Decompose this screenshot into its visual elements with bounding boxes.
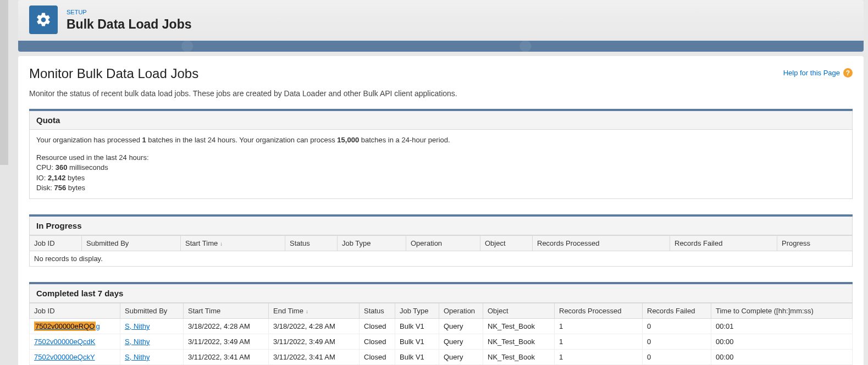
cell-operation: Query bbox=[439, 334, 483, 349]
col-job-type[interactable]: Job Type bbox=[395, 303, 439, 318]
cell-end-time: 3/11/2022, 3:49 AM bbox=[269, 334, 360, 349]
col-submitted-by[interactable]: Submitted By bbox=[120, 303, 184, 318]
setup-icon bbox=[29, 5, 58, 34]
cell-start-time: 3/18/2022, 4:28 AM bbox=[184, 318, 269, 334]
col-progress[interactable]: Progress bbox=[777, 235, 853, 251]
col-job-id[interactable]: Job ID bbox=[30, 235, 82, 251]
cell-object: NK_Test_Book bbox=[483, 334, 555, 349]
cell-job-type: Bulk V1 bbox=[395, 318, 439, 334]
help-link[interactable]: Help for this Page ? bbox=[783, 68, 853, 78]
help-icon: ? bbox=[843, 68, 853, 78]
col-job-id[interactable]: Job ID bbox=[30, 303, 120, 318]
cell-records-failed: 0 bbox=[643, 349, 711, 364]
monitor-title: Monitor Bulk Data Load Jobs bbox=[29, 66, 198, 81]
col-start-time[interactable]: Start Time↓ bbox=[181, 235, 285, 251]
cell-start-time: 3/11/2022, 3:49 AM bbox=[184, 334, 269, 349]
in-progress-table: Job ID Submitted By Start Time↓ Status J… bbox=[29, 235, 853, 267]
col-object[interactable]: Object bbox=[480, 235, 533, 251]
cell-records-failed: 0 bbox=[643, 334, 711, 349]
table-row: 7502v00000eQckYS, Nithy3/11/2022, 3:41 A… bbox=[30, 349, 853, 364]
monitor-description: Monitor the status of recent bulk data l… bbox=[29, 89, 853, 98]
job-id-link[interactable]: 7502v00000eRQOg bbox=[34, 322, 100, 331]
col-records-failed[interactable]: Records Failed bbox=[670, 235, 777, 251]
cell-records-processed: 1 bbox=[555, 349, 643, 364]
cell-records-failed: 0 bbox=[643, 318, 711, 334]
cell-status: Closed bbox=[360, 334, 395, 349]
quota-title: Quota bbox=[29, 111, 853, 130]
col-end-time[interactable]: End Time↓ bbox=[269, 303, 360, 318]
cell-end-time: 3/11/2022, 3:41 AM bbox=[269, 349, 360, 364]
page-header: SETUP Bulk Data Load Jobs bbox=[18, 0, 864, 41]
table-row: 7502v00000eQcdKS, Nithy3/11/2022, 3:49 A… bbox=[30, 334, 853, 349]
cell-time-to-complete: 00:00 bbox=[711, 349, 853, 364]
cell-status: Closed bbox=[360, 318, 395, 334]
in-progress-title: In Progress bbox=[29, 217, 853, 235]
col-records-processed[interactable]: Records Processed bbox=[533, 235, 670, 251]
table-row: 7502v00000eRQOgS, Nithy3/18/2022, 4:28 A… bbox=[30, 318, 853, 334]
completed-table: Job ID Submitted By Start Time End Time↓… bbox=[29, 303, 853, 365]
page-title: Bulk Data Load Jobs bbox=[67, 17, 191, 32]
col-start-time[interactable]: Start Time bbox=[184, 303, 269, 318]
col-submitted-by[interactable]: Submitted By bbox=[82, 235, 181, 251]
cell-operation: Query bbox=[439, 318, 483, 334]
in-progress-empty: No records to display. bbox=[30, 251, 853, 266]
breadcrumb-setup[interactable]: SETUP bbox=[67, 9, 87, 15]
col-status[interactable]: Status bbox=[360, 303, 395, 318]
sort-arrow-down-icon: ↓ bbox=[306, 308, 308, 314]
cell-end-time: 3/18/2022, 4:28 AM bbox=[269, 318, 360, 334]
cell-job-type: Bulk V1 bbox=[395, 349, 439, 364]
submitted-by-link[interactable]: S, Nithy bbox=[125, 322, 150, 330]
col-object[interactable]: Object bbox=[483, 303, 555, 318]
quota-panel: Quota Your organization has processed 1 … bbox=[29, 109, 853, 199]
quota-resources: Resource used in the last 24 hours: CPU:… bbox=[36, 153, 845, 193]
cell-time-to-complete: 00:00 bbox=[711, 334, 853, 349]
col-operation[interactable]: Operation bbox=[439, 303, 483, 318]
completed-title: Completed last 7 days bbox=[29, 284, 853, 303]
completed-panel: Completed last 7 days Job ID Submitted B… bbox=[29, 282, 853, 365]
cell-status: Closed bbox=[360, 349, 395, 364]
header-divider bbox=[18, 41, 864, 52]
cell-records-processed: 1 bbox=[555, 334, 643, 349]
cell-start-time: 3/11/2022, 3:41 AM bbox=[184, 349, 269, 364]
col-job-type[interactable]: Job Type bbox=[338, 235, 406, 251]
col-status[interactable]: Status bbox=[285, 235, 338, 251]
cell-object: NK_Test_Book bbox=[483, 318, 555, 334]
sort-arrow-down-icon: ↓ bbox=[220, 241, 223, 247]
cell-object: NK_Test_Book bbox=[483, 349, 555, 364]
submitted-by-link[interactable]: S, Nithy bbox=[125, 338, 150, 346]
content-card: Monitor Bulk Data Load Jobs Help for thi… bbox=[18, 56, 864, 365]
col-time-to-complete[interactable]: Time to Complete ([hh:]mm:ss) bbox=[711, 303, 853, 318]
cell-operation: Query bbox=[439, 349, 483, 364]
cell-job-type: Bulk V1 bbox=[395, 334, 439, 349]
in-progress-panel: In Progress Job ID Submitted By Start Ti… bbox=[29, 214, 853, 267]
job-id-link[interactable]: 7502v00000eQckY bbox=[34, 353, 95, 361]
submitted-by-link[interactable]: S, Nithy bbox=[125, 353, 150, 361]
job-id-link[interactable]: 7502v00000eQcdK bbox=[34, 338, 95, 346]
quota-summary: Your organization has processed 1 batche… bbox=[36, 135, 845, 145]
cell-records-processed: 1 bbox=[555, 318, 643, 334]
cell-time-to-complete: 00:01 bbox=[711, 318, 853, 334]
col-operation[interactable]: Operation bbox=[406, 235, 480, 251]
col-records-processed[interactable]: Records Processed bbox=[555, 303, 643, 318]
help-link-label: Help for this Page bbox=[783, 69, 840, 77]
col-records-failed[interactable]: Records Failed bbox=[643, 303, 711, 318]
left-scrollbar[interactable] bbox=[0, 0, 8, 165]
